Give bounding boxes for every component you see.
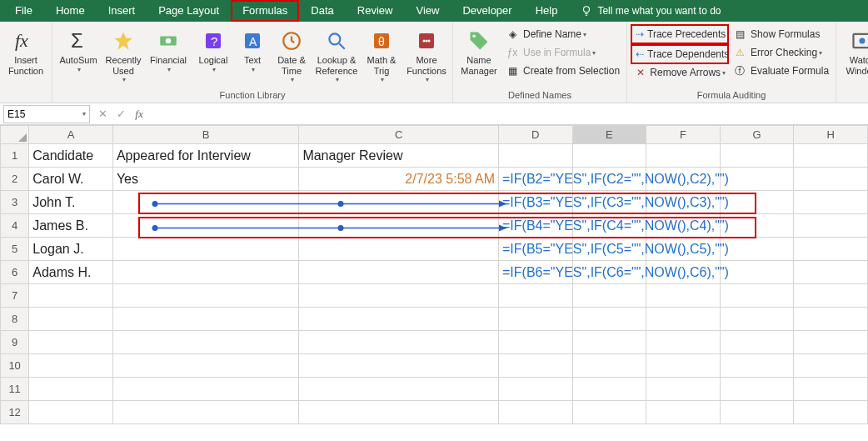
cell-C9[interactable] (299, 331, 499, 354)
cell-D4[interactable]: =IF(B4="YES",IF(C4="",NOW(),C4),"") (499, 214, 573, 238)
cell-G9[interactable] (720, 331, 794, 354)
cell-B8[interactable] (112, 308, 299, 331)
cell-B3[interactable] (112, 191, 299, 214)
more-functions-button[interactable]: MoreFunctions▾ (404, 23, 449, 83)
cell-A4[interactable]: James B. (29, 214, 113, 238)
cell-C8[interactable] (299, 308, 499, 331)
trace-dependents-button[interactable]: ⇠Trace Dependents (632, 46, 727, 63)
cell-D3[interactable]: =IF(B3="YES",IF(C3="",NOW(),C3),"") (499, 191, 573, 214)
insert-function-button[interactable]: fx InsertFunction (3, 23, 48, 76)
tell-me[interactable]: Tell me what you want to do (569, 5, 732, 17)
cell-B11[interactable] (112, 378, 299, 401)
cell-F10[interactable] (646, 354, 721, 378)
cell-E9[interactable] (572, 331, 646, 354)
cell-D12[interactable] (499, 401, 573, 424)
cell-E1[interactable] (572, 144, 646, 168)
cell-G1[interactable] (720, 144, 794, 168)
cell-E8[interactable] (572, 308, 646, 331)
cell-A11[interactable] (29, 378, 113, 401)
row-header-10[interactable]: 10 (1, 354, 29, 378)
cell-H4[interactable] (794, 214, 868, 238)
row-header-6[interactable]: 6 (1, 261, 29, 284)
cell-A2[interactable]: Carol W. (29, 168, 113, 191)
cell-H2[interactable] (794, 168, 868, 191)
tab-help[interactable]: Help (524, 0, 570, 22)
cell-G4[interactable] (720, 214, 794, 238)
autosum-button[interactable]: Σ AutoSum▾ (56, 23, 101, 73)
cell-D8[interactable] (499, 308, 573, 331)
cell-H10[interactable] (794, 354, 868, 378)
cell-D11[interactable] (499, 378, 573, 401)
logical-button[interactable]: ? Logical▾ (191, 23, 236, 73)
cell-G6[interactable] (720, 261, 794, 284)
cell-A1[interactable]: Candidate (29, 144, 113, 168)
select-all-corner[interactable] (1, 126, 29, 144)
cell-H8[interactable] (794, 308, 868, 331)
cell-H5[interactable] (794, 238, 868, 261)
cell-A6[interactable]: Adams H. (29, 261, 113, 284)
evaluate-formula-button[interactable]: ⓕEvaluate Formula (729, 62, 832, 80)
remove-arrows-button[interactable]: ✕Remove Arrows ▾ (631, 63, 729, 82)
cell-C3[interactable] (299, 191, 499, 214)
row-header-2[interactable]: 2 (1, 168, 29, 191)
row-header-8[interactable]: 8 (1, 308, 29, 331)
column-header-E[interactable]: E (572, 126, 646, 144)
tab-insert[interactable]: Insert (97, 0, 147, 22)
text-button[interactable]: A Text▾ (236, 23, 269, 73)
tab-formulas[interactable]: Formulas (231, 0, 299, 22)
cell-A12[interactable] (29, 401, 113, 424)
column-header-A[interactable]: A (29, 126, 113, 144)
cell-F8[interactable] (646, 308, 721, 331)
define-name-button[interactable]: ◈Define Name ▾ (501, 25, 623, 43)
cell-D2[interactable]: =IF(B2="YES",IF(C2="",NOW(),C2),"") (499, 168, 573, 191)
cell-B12[interactable] (112, 401, 299, 424)
tab-developer[interactable]: Developer (451, 0, 523, 22)
column-header-C[interactable]: C (299, 126, 499, 144)
cell-H7[interactable] (794, 284, 868, 308)
name-manager-button[interactable]: NameManager (456, 23, 501, 76)
cell-G2[interactable] (720, 168, 794, 191)
cell-H12[interactable] (794, 401, 868, 424)
cell-C10[interactable] (299, 354, 499, 378)
cell-H6[interactable] (794, 261, 868, 284)
cell-C4[interactable] (299, 214, 499, 238)
cell-A7[interactable] (29, 284, 113, 308)
cell-F1[interactable] (646, 144, 721, 168)
cell-C6[interactable] (299, 261, 499, 284)
cell-G10[interactable] (720, 354, 794, 378)
column-header-B[interactable]: B (112, 126, 299, 144)
row-header-3[interactable]: 3 (1, 191, 29, 214)
cell-A5[interactable]: Logan J. (29, 238, 113, 261)
cell-E12[interactable] (572, 401, 646, 424)
name-box[interactable]: E15 ▾ (3, 105, 90, 123)
lookup-ref-button[interactable]: Lookup &Reference▾ (314, 23, 359, 83)
tab-view[interactable]: View (404, 0, 451, 22)
chevron-down-icon[interactable]: ▾ (82, 110, 86, 118)
cell-D5[interactable]: =IF(B5="YES",IF(C5="",NOW(),C5),"") (499, 238, 573, 261)
column-header-F[interactable]: F (646, 126, 721, 144)
cell-G11[interactable] (720, 378, 794, 401)
cell-E7[interactable] (572, 284, 646, 308)
recently-used-button[interactable]: RecentlyUsed▾ (101, 23, 146, 83)
cell-F9[interactable] (646, 331, 721, 354)
cell-B4[interactable] (112, 214, 299, 238)
cell-D1[interactable] (499, 144, 573, 168)
cell-D10[interactable] (499, 354, 573, 378)
row-header-9[interactable]: 9 (1, 331, 29, 354)
cell-D6[interactable]: =IF(B6="YES",IF(C6="",NOW(),C6),"") (499, 261, 573, 284)
column-header-G[interactable]: G (720, 126, 794, 144)
cell-B6[interactable] (112, 261, 299, 284)
cell-D9[interactable] (499, 331, 573, 354)
cell-H9[interactable] (794, 331, 868, 354)
cell-G7[interactable] (720, 284, 794, 308)
row-header-1[interactable]: 1 (1, 144, 29, 168)
cell-B10[interactable] (112, 354, 299, 378)
spreadsheet-grid[interactable]: ABCDEFGH1CandidateAppeared for Interview… (0, 125, 868, 424)
cell-C1[interactable]: Manager Review (299, 144, 499, 168)
cell-H1[interactable] (794, 144, 868, 168)
math-trig-button[interactable]: θ Math &Trig▾ (359, 23, 404, 83)
cell-H11[interactable] (794, 378, 868, 401)
cell-B7[interactable] (112, 284, 299, 308)
cell-E10[interactable] (572, 354, 646, 378)
cell-G8[interactable] (720, 308, 794, 331)
